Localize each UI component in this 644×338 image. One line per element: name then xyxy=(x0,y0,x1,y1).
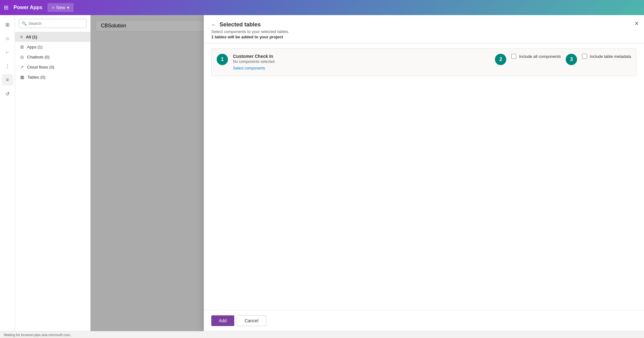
dialog-count: 1 tables will be added to your project xyxy=(211,35,636,39)
all-icon: ≡ xyxy=(20,34,23,39)
table-card-checkboxes: Include all components xyxy=(511,54,561,59)
search-box: 🔍 xyxy=(19,19,86,28)
table-card: 1 Customer Check In No components select… xyxy=(211,48,636,76)
chevron-down-icon: ▾ xyxy=(67,5,69,10)
table-card-subtitle: No components selected xyxy=(233,59,490,64)
nav-item-chatbots[interactable]: ◎ Chatbots (0) xyxy=(15,52,90,62)
nav-item-all[interactable]: ≡ All (1) xyxy=(15,32,90,42)
include-table-metadata-checkbox[interactable] xyxy=(582,54,587,59)
table-card-title: Customer Check In xyxy=(233,54,490,59)
dialog-overlay: ← Selected tables Select components to y… xyxy=(91,15,644,331)
back-button[interactable]: ← xyxy=(211,22,216,28)
apps-icon: ⊞ xyxy=(20,44,24,49)
sidebar-waffle-icon[interactable]: ⊞ xyxy=(2,19,13,30)
step-badge-2: 2 xyxy=(495,54,506,65)
step-badge-1: 1 xyxy=(217,54,228,65)
include-table-metadata-container: Include table metadata xyxy=(582,54,631,59)
include-all-components-checkbox[interactable] xyxy=(511,54,516,59)
app-logo: Power Apps xyxy=(14,5,42,10)
status-bar: Waiting for browser.pipe.aria.microsoft.… xyxy=(0,331,644,338)
search-icon: 🔍 xyxy=(22,21,27,26)
cancel-button[interactable]: Cancel xyxy=(237,315,266,326)
top-bar: ⊞ Power Apps + New ▾ xyxy=(0,0,644,15)
plus-icon: + xyxy=(52,5,54,10)
sidebar-list-icon[interactable]: ≡ xyxy=(2,74,13,86)
back-arrow-icon: ← xyxy=(211,22,216,28)
icon-sidebar: ⊞ ⌂ ← ⋮ ≡ ↺ xyxy=(0,15,15,331)
new-button[interactable]: + New ▾ xyxy=(47,3,74,12)
dialog-header: ← Selected tables Select components to y… xyxy=(204,15,644,43)
cloud-flows-icon: ↗ xyxy=(20,64,24,69)
nav-item-tables[interactable]: ▦ Tables (0) xyxy=(15,72,90,82)
include-all-components-label[interactable]: Include all components xyxy=(511,54,561,59)
waffle-icon[interactable]: ⊞ xyxy=(4,4,8,11)
sidebar-home-icon[interactable]: ⌂ xyxy=(2,33,13,44)
dialog-footer: Add Cancel xyxy=(204,310,644,331)
sidebar-dots-icon[interactable]: ⋮ xyxy=(2,60,13,72)
tables-icon: ▦ xyxy=(20,75,24,80)
sidebar-back-icon[interactable]: ← xyxy=(2,47,13,58)
nav-item-cloud-flows[interactable]: ↗ Cloud flows (0) xyxy=(15,62,90,72)
step-badge-3: 3 xyxy=(566,54,577,65)
content-area: CBSolution ← Selected tables Select comp… xyxy=(91,15,644,331)
main-layout: ⊞ ⌂ ← ⋮ ≡ ↺ 🔍 ≡ All (1) ⊞ Apps (1) ◎ Cha… xyxy=(0,15,644,331)
sidebar-history-icon[interactable]: ↺ xyxy=(2,88,13,99)
search-input[interactable] xyxy=(29,21,84,26)
include-table-metadata-label[interactable]: Include table metadata xyxy=(582,54,631,59)
add-button[interactable]: Add xyxy=(211,315,234,326)
left-nav: 🔍 ≡ All (1) ⊞ Apps (1) ◎ Chatbots (0) ↗ … xyxy=(15,15,91,331)
close-dialog-button[interactable]: ✕ xyxy=(634,20,639,27)
dialog-panel: ← Selected tables Select components to y… xyxy=(204,15,644,331)
status-text: Waiting for browser.pipe.aria.microsoft.… xyxy=(4,333,73,337)
table-card-content: Customer Check In No components selected… xyxy=(233,54,490,71)
nav-item-apps[interactable]: ⊞ Apps (1) xyxy=(15,42,90,52)
dialog-content: 1 Customer Check In No components select… xyxy=(204,43,644,310)
close-icon: ✕ xyxy=(634,20,639,27)
chatbots-icon: ◎ xyxy=(20,54,24,59)
dialog-title: Selected tables xyxy=(219,21,261,28)
dialog-subtitle: Select components to your selected table… xyxy=(211,29,636,34)
select-components-link[interactable]: Select components xyxy=(233,66,265,70)
